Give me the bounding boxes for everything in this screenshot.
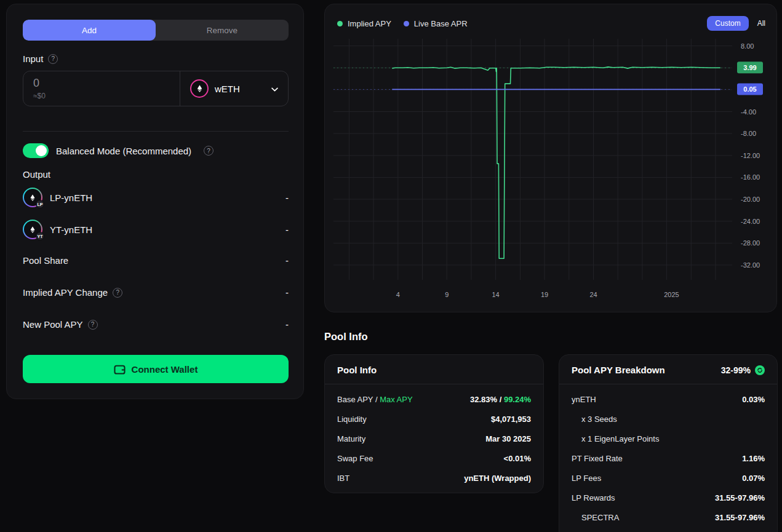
pool-info-card-title: Pool Info [337,365,377,375]
output-row-value: - [285,224,289,235]
apy-line-chart[interactable]: 8.00-4.00-8.00-12.00-16.00-20.00-24.00-2… [331,34,772,309]
lp-fees-value: 0.07% [742,474,765,483]
lp-fees-row: LP Fees 0.07% [572,468,765,488]
output-row-lp: LP LP-ynETH - [23,186,289,208]
ibt-label: IBT [337,474,349,483]
balanced-mode-toggle[interactable] [23,143,49,158]
liquidity-row: Liquidity $4,071,953 [337,409,531,429]
output-row-yt: YT YT-ynETH - [23,218,289,240]
chart-legend: Implied APY Live Base APR [337,19,468,28]
lp-rewards-row: LP Rewards 31.55-97.96% [572,488,765,507]
liquidity-label: Liquidity [337,415,367,424]
breakdown-total: 32-99% [721,365,765,375]
lp-fees-label: LP Fees [572,474,601,483]
pool-share-row: Pool Share - [23,255,289,266]
ibt-value: ynETH (Wrapped) [464,474,531,483]
svg-text:-16.00: -16.00 [741,173,760,181]
output-row-label: YT-ynETH [50,224,92,235]
amount-input-box: 0 ≈$0 wETH [23,71,289,106]
balanced-mode-help-icon[interactable]: ? [204,146,213,156]
lp-yneth-token-icon: LP [23,188,42,207]
svg-text:-4.00: -4.00 [741,108,756,116]
liquidity-panel: Add Remove Input ? 0 ≈$0 wETH [6,4,304,399]
connect-wallet-button[interactable]: Connect Wallet [23,355,289,383]
svg-text:3.99: 3.99 [743,64,756,71]
output-row-label: LP-ynETH [50,193,92,203]
svg-text:9: 9 [445,291,449,298]
pool-info-section-title: Pool Info [324,331,368,343]
pool-share-label: Pool Share [23,255,68,266]
new-pool-apy-row: New Pool APY ? - [23,319,289,330]
implied-apy-dot-icon [337,21,343,26]
yneth-row: ynETH 0.03% [572,389,765,409]
connect-wallet-label: Connect Wallet [132,364,198,375]
balanced-mode-label: Balanced Mode (Recommended) [56,146,191,156]
yt-yneth-token-icon: YT [23,220,42,239]
apy-boost-icon [755,365,765,375]
tab-add[interactable]: Add [23,20,156,41]
yneth-value: 0.03% [742,395,765,404]
output-label: Output [23,169,50,180]
new-pool-apy-help-icon[interactable]: ? [88,320,98,330]
new-pool-apy-value: - [285,319,289,330]
legend-implied-apy: Implied APY [337,19,391,28]
spectra-label: SPECTRA [572,513,619,522]
pool-info-rows: Base APY / Max APY 32.83% / 99.24% Liqui… [325,384,543,493]
svg-text:-20.00: -20.00 [741,196,760,203]
lp-rewards-label: LP Rewards [572,493,615,502]
range-custom-button[interactable]: Custom [707,16,748,31]
svg-text:24: 24 [589,291,597,298]
chart-range-controls: Custom All [707,16,765,31]
pool-share-value: - [285,255,289,266]
seeds-row: x 3 Seeds [572,409,765,429]
wallet-icon [114,364,126,375]
svg-text:14: 14 [492,291,499,298]
lp-badge: LP [36,200,44,208]
max-apy-value: 99.24% [504,395,531,404]
svg-text:0.05: 0.05 [743,85,756,93]
base-apy-value: 32.83% / [470,395,504,404]
legend-implied-apy-label: Implied APY [348,19,391,28]
chevron-down-icon [271,83,278,94]
divider [23,131,289,132]
eigenlayer-points-label: x 1 EigenLayer Points [572,434,659,443]
base-max-apy-row: Base APY / Max APY 32.83% / 99.24% [337,389,531,409]
apy-chart-card: Implied APY Live Base APR Custom All 8.0… [324,4,777,312]
svg-text:2025: 2025 [664,291,679,298]
toggle-knob [36,145,47,156]
token-select[interactable]: wETH [180,71,288,106]
input-help-icon[interactable]: ? [48,54,58,64]
svg-text:8.00: 8.00 [741,42,754,50]
implied-apy-change-label: Implied APY Change [23,287,108,298]
pt-fixed-rate-label: PT Fixed Rate [572,454,623,463]
svg-text:19: 19 [541,291,548,298]
implied-apy-change-row: Implied APY Change ? - [23,287,289,298]
tab-remove[interactable]: Remove [156,20,289,41]
amount-input[interactable]: 0 [33,77,170,90]
swap-fee-row: Swap Fee <0.01% [337,448,531,468]
balanced-mode-row: Balanced Mode (Recommended) ? [23,143,213,158]
pool-info-card-header: Pool Info [325,355,543,384]
svg-text:-12.00: -12.00 [741,152,760,159]
weth-token-icon [190,79,209,98]
swap-fee-value: <0.01% [504,454,531,463]
ibt-row: IBT ynETH (Wrapped) [337,468,531,488]
svg-text:-8.00: -8.00 [741,130,756,137]
amount-side: 0 ≈$0 [23,71,180,106]
eth-logo-icon [196,84,204,93]
implied-apy-change-help-icon[interactable]: ? [113,288,122,298]
pt-fixed-rate-value: 1.16% [742,454,765,463]
swap-fee-label: Swap Fee [337,454,373,463]
app: Add Remove Input ? 0 ≈$0 wETH [0,0,782,532]
implied-apy-change-value: - [285,287,289,298]
add-remove-tabs: Add Remove [23,20,289,41]
liquidity-value: $4,071,953 [491,415,531,424]
yt-badge: YT [36,232,44,240]
svg-text:-24.00: -24.00 [741,218,760,225]
svg-text:-28.00: -28.00 [741,239,760,247]
yneth-label: ynETH [572,395,596,404]
live-base-apr-dot-icon [404,21,409,26]
range-all-button[interactable]: All [757,19,765,28]
svg-text:4: 4 [396,291,400,298]
maturity-row: Maturity Mar 30 2025 [337,429,531,448]
